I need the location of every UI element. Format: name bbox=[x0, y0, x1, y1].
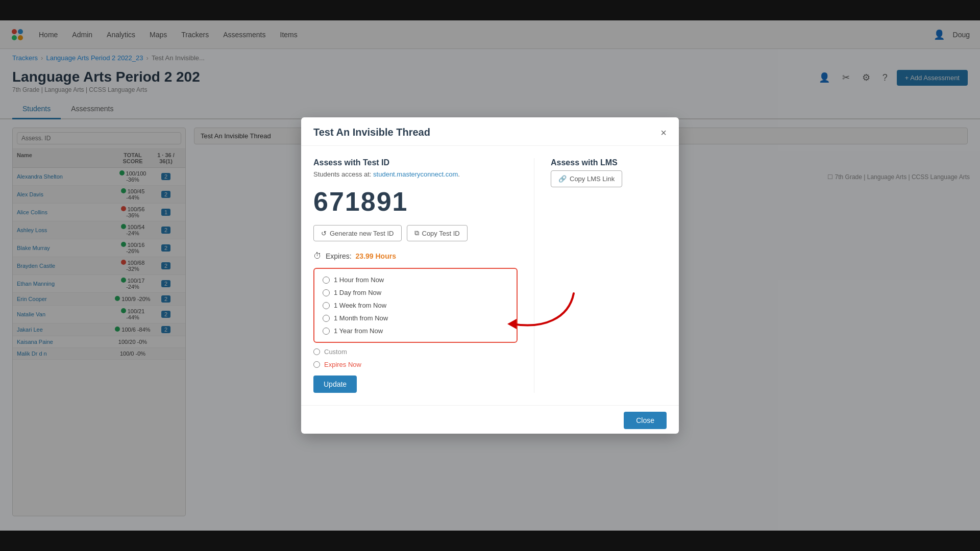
copy-icon: ⧉ bbox=[414, 229, 419, 237]
radio-1-month[interactable]: 1 Month from Now bbox=[323, 314, 508, 322]
assess-with-lms-title: Assess with LMS bbox=[551, 158, 667, 167]
radio-expires-now-input[interactable] bbox=[313, 361, 320, 368]
copy-lms-btn-label: Copy LMS Link bbox=[570, 175, 615, 183]
modal-header: Test An Invisible Thread × bbox=[301, 117, 679, 146]
radio-1-week-input[interactable] bbox=[323, 302, 330, 309]
radio-1-day-label: 1 Day from Now bbox=[334, 289, 381, 296]
custom-label: Custom bbox=[324, 348, 347, 356]
radio-1-hour-input[interactable] bbox=[323, 277, 330, 284]
radio-1-year-input[interactable] bbox=[323, 328, 330, 335]
test-id-display: 671891 bbox=[313, 186, 518, 217]
generate-new-test-id-button[interactable]: ↺ Generate new Test ID bbox=[313, 225, 402, 241]
copy-test-id-button[interactable]: ⧉ Copy Test ID bbox=[407, 225, 468, 241]
expires-label: Expires: bbox=[326, 252, 352, 260]
modal-title: Test An Invisible Thread bbox=[313, 127, 430, 138]
generate-btn-label: Generate new Test ID bbox=[330, 230, 394, 237]
expires-now-label: Expires Now bbox=[324, 361, 361, 368]
radio-1-day[interactable]: 1 Day from Now bbox=[323, 289, 508, 296]
expires-value: 23.99 Hours bbox=[356, 252, 396, 260]
test-id-actions: ↺ Generate new Test ID ⧉ Copy Test ID bbox=[313, 225, 518, 241]
radio-options-container: 1 Hour from Now 1 Day from Now 1 Week fr… bbox=[313, 268, 518, 343]
update-button[interactable]: Update bbox=[313, 375, 357, 393]
modal-close-button[interactable]: × bbox=[660, 128, 667, 138]
modal: Test An Invisible Thread × Assess with T… bbox=[301, 117, 679, 434]
radio-1-year[interactable]: 1 Year from Now bbox=[323, 327, 508, 335]
expires-row: ⏱ Expires: 23.99 Hours bbox=[313, 252, 518, 261]
access-url-row: Students access at: student.masteryconne… bbox=[313, 170, 518, 178]
assess-with-test-id-title: Assess with Test ID bbox=[313, 158, 518, 167]
expires-now-row: Expires Now bbox=[313, 361, 518, 368]
modal-overlay: Test An Invisible Thread × Assess with T… bbox=[0, 20, 980, 524]
radio-1-year-label: 1 Year from Now bbox=[334, 327, 383, 335]
radio-1-month-input[interactable] bbox=[323, 315, 330, 322]
copy-test-id-label: Copy Test ID bbox=[422, 230, 460, 237]
copy-lms-link-button[interactable]: 🔗 Copy LMS Link bbox=[551, 170, 622, 187]
radio-1-hour[interactable]: 1 Hour from Now bbox=[323, 276, 508, 284]
radio-1-month-label: 1 Month from Now bbox=[334, 314, 388, 322]
radio-custom-input[interactable] bbox=[313, 348, 320, 355]
modal-body: Assess with Test ID Students access at: … bbox=[301, 146, 679, 405]
link-icon: 🔗 bbox=[558, 175, 567, 183]
modal-footer: Close bbox=[301, 405, 679, 437]
section-right: Assess with LMS 🔗 Copy LMS Link bbox=[534, 158, 667, 393]
access-label: Students access at: bbox=[313, 170, 371, 178]
close-button[interactable]: Close bbox=[624, 412, 667, 429]
clock-icon: ⏱ bbox=[313, 252, 322, 261]
refresh-icon: ↺ bbox=[321, 230, 327, 237]
radio-1-hour-label: 1 Hour from Now bbox=[334, 276, 384, 284]
top-bar bbox=[0, 0, 980, 20]
section-left: Assess with Test ID Students access at: … bbox=[313, 158, 518, 393]
radio-1-week[interactable]: 1 Week from Now bbox=[323, 302, 508, 309]
radio-1-week-label: 1 Week from Now bbox=[334, 302, 386, 309]
custom-row: Custom bbox=[313, 348, 518, 356]
access-url-link[interactable]: student.masteryconnect.com bbox=[373, 170, 458, 178]
radio-1-day-input[interactable] bbox=[323, 289, 330, 296]
